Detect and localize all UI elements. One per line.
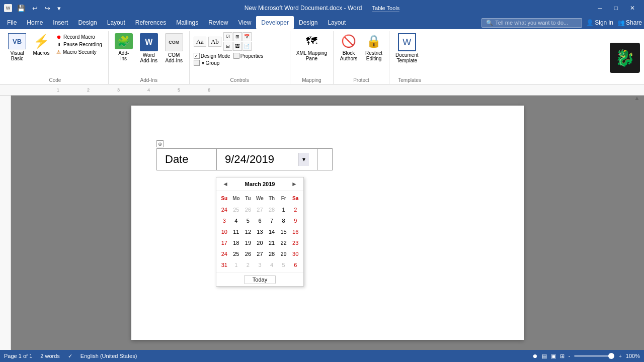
cal-day[interactable]: 4 [266, 259, 278, 270]
cal-day[interactable]: 5 [278, 259, 290, 270]
cal-day[interactable]: 13 [254, 226, 266, 237]
picture-content-control-btn[interactable]: Ab [208, 37, 221, 47]
redo-button[interactable]: ↪ [43, 4, 52, 13]
calendar-next-button[interactable]: ► [289, 179, 299, 189]
ctrl-grid-btn-2[interactable]: ⊞ [233, 32, 242, 41]
calendar-prev-button[interactable]: ◄ [220, 179, 230, 189]
cal-day[interactable]: 20 [254, 237, 266, 248]
today-button[interactable]: Today [244, 275, 276, 284]
menu-file[interactable]: File [2, 16, 22, 29]
ctrl-grid-btn-4[interactable]: ⊟ [223, 42, 232, 51]
cal-day[interactable]: 17 [218, 237, 230, 248]
document-template-button[interactable]: W DocumentTemplate [393, 31, 421, 64]
customize-qat-button[interactable]: ▾ [55, 4, 63, 13]
record-macro-button[interactable]: ⏺ Record Macro [54, 33, 104, 41]
cal-day[interactable]: 6 [254, 215, 266, 226]
zoom-in-button[interactable]: + [618, 353, 621, 359]
cal-day[interactable]: 27 [254, 248, 266, 259]
cal-day[interactable]: 26 [242, 204, 254, 215]
cal-day[interactable]: 3 [254, 259, 266, 270]
cal-day[interactable]: 31 [218, 259, 230, 270]
cal-day[interactable]: 25 [230, 204, 243, 215]
minimize-button[interactable]: ─ [593, 3, 607, 14]
group-button[interactable]: ▾ Group [202, 60, 220, 66]
ctrl-grid-btn-6[interactable]: 📄 [243, 42, 252, 51]
ctrl-grid-btn-5[interactable]: 🖼 [233, 42, 242, 51]
cal-day[interactable]: 23 [289, 237, 301, 248]
maximize-button[interactable]: □ [609, 3, 623, 14]
cal-day[interactable]: 21 [266, 237, 278, 248]
cal-day[interactable]: 26 [242, 248, 254, 259]
sign-in-button[interactable]: 👤 Sign in [586, 19, 613, 26]
cal-day[interactable]: 5 [242, 215, 254, 226]
menu-design[interactable]: Design [73, 16, 102, 29]
menu-review[interactable]: Review [203, 16, 233, 29]
cal-day[interactable]: 27 [254, 204, 266, 215]
ctrl-grid-btn-1[interactable]: ☑ [223, 32, 232, 41]
menu-developer[interactable]: Developer [256, 16, 294, 29]
share-button[interactable]: 👥 Share [617, 19, 642, 26]
macros-button[interactable]: ⚡ Macros [30, 31, 52, 57]
cal-day[interactable]: 19 [242, 237, 254, 248]
cal-day[interactable]: 3 [218, 215, 230, 226]
cal-day[interactable]: 28 [266, 248, 278, 259]
menu-table-layout[interactable]: Layout [323, 16, 351, 29]
cal-day[interactable]: 16 [289, 226, 301, 237]
view-web-button[interactable]: ⊞ [560, 353, 565, 359]
cal-day[interactable]: 25 [230, 248, 243, 259]
menu-insert[interactable]: Insert [48, 16, 73, 29]
menu-layout[interactable]: Layout [102, 16, 130, 29]
cal-day[interactable]: 1 [230, 259, 243, 270]
xml-mapping-pane-button[interactable]: 🗺 XML MappingPane [294, 31, 329, 62]
cal-day[interactable]: 22 [278, 237, 290, 248]
properties-button[interactable]: Properties [240, 53, 264, 59]
visual-basic-button[interactable]: VB VisualBasic [6, 31, 28, 62]
design-mode-button[interactable]: Design Mode [201, 53, 230, 59]
cal-day[interactable]: 2 [242, 259, 254, 270]
cal-day[interactable]: 8 [278, 215, 290, 226]
view-normal-button[interactable]: ▤ [542, 353, 547, 359]
word-add-ins-button[interactable]: W WordAdd-Ins [138, 31, 160, 64]
text-content-control-btn[interactable]: Aa [194, 37, 206, 47]
cal-day[interactable]: 24 [218, 204, 230, 215]
view-print-button[interactable]: ▣ [551, 353, 556, 359]
menu-mailings[interactable]: Mailings [171, 16, 203, 29]
macro-security-button[interactable]: ⚠ Macro Security [54, 48, 104, 56]
menu-home[interactable]: Home [22, 16, 48, 29]
cal-day[interactable]: 11 [230, 226, 243, 237]
cal-day[interactable]: 15 [278, 226, 290, 237]
cal-day[interactable]: 12 [242, 226, 254, 237]
cal-day[interactable]: 24 [218, 248, 230, 259]
cal-day[interactable]: 14 [266, 226, 278, 237]
cal-day[interactable]: 6 [289, 259, 301, 270]
cal-day[interactable]: 30 [289, 248, 301, 259]
zoom-slider[interactable] [574, 355, 614, 357]
cal-day[interactable]: 10 [218, 226, 230, 237]
macro-record-icon[interactable]: ⏺ [532, 353, 538, 359]
cal-day[interactable]: 18 [230, 237, 243, 248]
ribbon-collapse-button[interactable]: ▲ [634, 95, 640, 102]
save-button[interactable]: 💾 [15, 4, 27, 13]
cal-day[interactable]: 9 [289, 215, 301, 226]
cal-day[interactable]: 28 [266, 204, 278, 215]
com-add-ins-button[interactable]: COM COMAdd-Ins [163, 31, 185, 64]
close-button[interactable]: ✕ [625, 3, 640, 14]
add-ins-button[interactable]: 🧩 Add-ins [113, 31, 135, 62]
table-move-handle[interactable]: ⊕ [156, 140, 164, 147]
cal-day[interactable]: 1 [278, 204, 290, 215]
undo-button[interactable]: ↩ [30, 4, 40, 13]
date-picker-dropdown-button[interactable]: ▾ [298, 153, 309, 166]
search-box[interactable]: 🔍 Tell me what you want to do... [481, 18, 582, 28]
cal-day[interactable]: 2 [289, 204, 301, 215]
block-authors-button[interactable]: 🚫 BlockAuthors [338, 31, 360, 62]
restrict-editing-button[interactable]: 🔒 RestrictEditing [363, 31, 385, 62]
cal-day[interactable]: 4 [230, 215, 243, 226]
cal-day[interactable]: 29 [278, 248, 290, 259]
cal-day[interactable]: 7 [266, 215, 278, 226]
menu-view[interactable]: View [233, 16, 257, 29]
menu-table-design[interactable]: Design [294, 16, 323, 29]
menu-references[interactable]: References [130, 16, 171, 29]
zoom-out-button[interactable]: - [569, 353, 571, 359]
pause-recording-button[interactable]: ⏸ Pause Recording [54, 41, 104, 48]
ctrl-grid-btn-3[interactable]: 📅 [243, 32, 252, 41]
